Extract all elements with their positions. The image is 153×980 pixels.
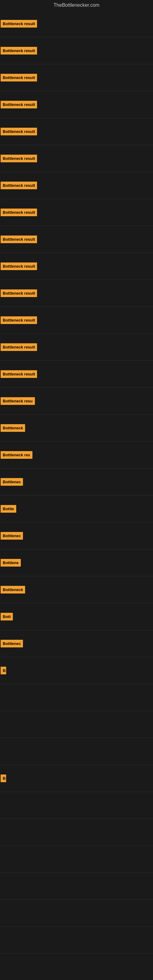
bottleneck-bar: Bottlene xyxy=(1,559,21,566)
bottleneck-bar: Bottlenec xyxy=(1,640,23,648)
bottleneck-bar: Bottleneck xyxy=(1,586,25,593)
result-row: Bottleneck result xyxy=(0,37,153,64)
bottleneck-bar: Bottleneck result xyxy=(1,343,37,351)
result-row: Bott xyxy=(0,603,153,630)
result-row: Bottleneck result xyxy=(0,10,153,37)
result-row: Bottle xyxy=(0,495,153,522)
result-row: Bottleneck result xyxy=(0,172,153,199)
result-row: Bottleneck resu xyxy=(0,388,153,415)
result-row: Bottlenec xyxy=(0,630,153,657)
bottleneck-bar: Bottleneck result xyxy=(1,128,37,135)
bottleneck-bar: Bottleneck result xyxy=(1,181,37,189)
result-row: Bottleneck result xyxy=(0,226,153,253)
bottleneck-bar: Bottleneck result xyxy=(1,262,37,270)
bottleneck-bar: B xyxy=(1,667,6,675)
result-row xyxy=(0,819,153,846)
bottleneck-bar: B xyxy=(1,775,6,782)
result-row: B xyxy=(0,765,153,792)
bottleneck-bar: Bottle xyxy=(1,505,16,513)
result-row xyxy=(0,711,153,738)
result-row xyxy=(0,792,153,819)
bottleneck-bar: Bottlenec xyxy=(1,478,23,486)
result-row: Bottleneck result xyxy=(0,280,153,307)
result-row: Bottlenec xyxy=(0,522,153,549)
result-row xyxy=(0,738,153,765)
bottleneck-bar: Bottleneck result xyxy=(1,235,37,243)
bottleneck-bar: Bottleneck result xyxy=(1,370,37,378)
result-row: Bottlene xyxy=(0,549,153,576)
result-row: Bottleneck xyxy=(0,415,153,442)
result-row: Bottleneck xyxy=(0,576,153,603)
result-row: Bottleneck result xyxy=(0,361,153,388)
bottleneck-bar: Bottlenec xyxy=(1,532,23,539)
result-row xyxy=(0,873,153,900)
result-row: Bottleneck result xyxy=(0,199,153,226)
result-row xyxy=(0,927,153,954)
result-row: Bottleneck result xyxy=(0,307,153,334)
bottleneck-bar: Bott xyxy=(1,613,13,620)
bottleneck-bar: Bottleneck result xyxy=(1,20,37,27)
result-row: Bottleneck result xyxy=(0,64,153,91)
result-row xyxy=(0,846,153,873)
bottleneck-bar: Bottleneck result xyxy=(1,317,37,324)
bottleneck-bar: Bottleneck res xyxy=(1,451,32,459)
result-row: Bottleneck result xyxy=(0,334,153,361)
result-row: Bottlenec xyxy=(0,469,153,495)
result-row xyxy=(0,900,153,927)
result-row: Bottleneck result xyxy=(0,145,153,172)
result-row: Bottleneck res xyxy=(0,442,153,469)
bottleneck-bar: Bottleneck result xyxy=(1,47,37,54)
bottleneck-bar: Bottleneck result xyxy=(1,208,37,216)
bottleneck-bar: Bottleneck result xyxy=(1,101,37,108)
bottleneck-bar: Bottleneck resu xyxy=(1,397,35,405)
bottleneck-bar: Bottleneck result xyxy=(1,155,37,162)
bottleneck-bar: Bottleneck xyxy=(1,424,25,432)
site-title: TheBottlenecker.com xyxy=(0,0,153,10)
result-row: Bottleneck result xyxy=(0,91,153,118)
result-row xyxy=(0,684,153,711)
bottleneck-bar: Bottleneck result xyxy=(1,74,37,81)
result-row: Bottleneck result xyxy=(0,253,153,280)
bottleneck-bar: Bottleneck result xyxy=(1,290,37,297)
result-row xyxy=(0,954,153,980)
result-row: Bottleneck result xyxy=(0,118,153,145)
result-row: B xyxy=(0,657,153,684)
